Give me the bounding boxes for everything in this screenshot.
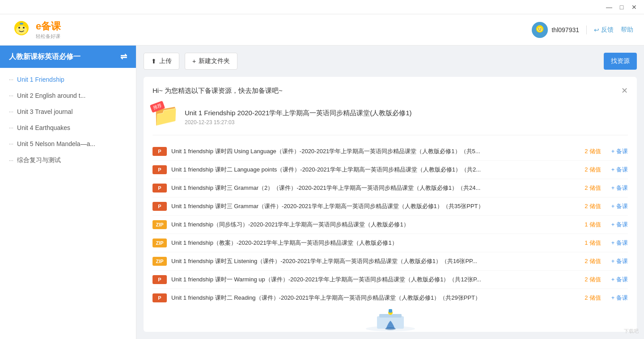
sidebar-item-label: Unit 2 English around t... bbox=[17, 92, 85, 99]
resource-name: Unit 1 friendship 课时一 Warming up（课件）-202… bbox=[171, 276, 574, 284]
logo-sub: 轻松备好课 bbox=[36, 33, 61, 40]
file-type-badge: ZIP bbox=[153, 239, 167, 247]
feedback-label: 反馈 bbox=[601, 26, 614, 34]
upload-icon: ⬆ bbox=[151, 58, 157, 65]
panel-close-button[interactable]: ✕ bbox=[621, 86, 628, 96]
store-count: 2 储值 bbox=[579, 276, 601, 284]
resource-name: Unit 1 friendship 课时三 Grammar（2）（课件）-202… bbox=[171, 184, 574, 192]
titlebar: — □ ✕ bbox=[0, 0, 644, 14]
main-content: ⬆ 上传 + 新建文件夹 找资源 Hi~ 为您精选以下备课资源，快去加备课吧~ … bbox=[136, 46, 644, 339]
sidebar-item-label: 综合复习与测试 bbox=[17, 156, 61, 164]
file-type-badge: ZIP bbox=[153, 220, 167, 229]
feedback-link[interactable]: ↩ 反馈 bbox=[594, 26, 614, 34]
header: e备课 轻松备好课 thl097931 ↩ 反馈 帮助 bbox=[0, 14, 644, 46]
upload-button[interactable]: ⬆ 上传 bbox=[144, 53, 179, 70]
folder-icon-wrap: 推荐 📁 bbox=[153, 105, 178, 130]
add-to-lesson-button[interactable]: + 备课 bbox=[606, 166, 628, 174]
resource-name: Unit 1 friendship 课时二 Language points（课件… bbox=[171, 166, 574, 174]
sidebar-item-review[interactable]: ···综合复习与测试 bbox=[0, 152, 136, 169]
resource-list-item: PUnit 1 friendship 课时二 Language points（课… bbox=[153, 161, 628, 179]
resource-list-item: ZIPUnit 1 friendship（同步练习）-2020-2021学年上学… bbox=[153, 216, 628, 234]
sidebar-item-unit5[interactable]: ···Unit 5 Nelson Mandela—a... bbox=[0, 136, 136, 152]
resource-list-item: ZIPUnit 1 friendship（教案）-2020-2021学年上学期高… bbox=[153, 234, 628, 252]
svg-rect-13 bbox=[389, 309, 392, 313]
sidebar-item-label: Unit 3 Travel journal bbox=[17, 108, 73, 115]
bottom-decoration bbox=[153, 307, 628, 332]
sidebar-item-dots: ··· bbox=[9, 125, 13, 131]
resource-name: Unit 1 friendship（同步练习）-2020-2021学年上学期高一… bbox=[171, 221, 574, 229]
svg-point-7 bbox=[538, 28, 539, 29]
logo-icon bbox=[11, 19, 32, 41]
svg-point-2 bbox=[18, 27, 20, 29]
feedback-icon: ↩ bbox=[594, 26, 599, 33]
sidebar-item-dots: ··· bbox=[9, 92, 13, 99]
sidebar-item-label: Unit 4 Earthquakes bbox=[17, 124, 70, 131]
resource-name: Unit 1 friendship（教案）-2020-2021学年上学期高一英语… bbox=[171, 239, 574, 247]
file-type-badge: P bbox=[153, 293, 167, 302]
add-to-lesson-button[interactable]: + 备课 bbox=[606, 184, 628, 192]
store-count: 2 储值 bbox=[579, 166, 601, 174]
sidebar-title: 人教新课标英语必修一 bbox=[9, 52, 80, 62]
find-resource-label: 找资源 bbox=[611, 57, 630, 65]
help-link[interactable]: 帮助 bbox=[621, 26, 633, 34]
add-to-lesson-button[interactable]: + 备课 bbox=[606, 239, 628, 247]
resource-list: PUnit 1 friendship 课时四 Using Language（课件… bbox=[153, 142, 628, 307]
minimize-button[interactable]: — bbox=[603, 1, 615, 13]
sidebar-list: ···Unit 1 Friendship···Unit 2 English ar… bbox=[0, 68, 136, 339]
panel-greeting: Hi~ 为您精选以下备课资源，快去加备课吧~ bbox=[153, 87, 283, 95]
username: thl097931 bbox=[551, 26, 579, 33]
header-right: thl097931 ↩ 反馈 帮助 bbox=[532, 22, 633, 38]
svg-point-8 bbox=[541, 28, 542, 29]
store-count: 2 储值 bbox=[579, 202, 601, 210]
svg-rect-4 bbox=[20, 23, 23, 25]
toolbar: ⬆ 上传 + 新建文件夹 找资源 bbox=[144, 53, 637, 70]
add-to-lesson-button[interactable]: + 备课 bbox=[606, 294, 628, 302]
resource-name: Unit 1 friendship 课时五 Listening（课件）-2020… bbox=[171, 257, 574, 265]
svg-point-14 bbox=[385, 327, 396, 330]
add-to-lesson-button[interactable]: + 备课 bbox=[606, 147, 628, 155]
sidebar-toggle-button[interactable]: ⇌ bbox=[120, 52, 127, 62]
store-count: 2 储值 bbox=[579, 294, 601, 302]
sidebar-item-dots: ··· bbox=[9, 157, 13, 163]
add-to-lesson-button[interactable]: + 备课 bbox=[606, 276, 628, 284]
user-area: thl097931 bbox=[532, 22, 579, 38]
new-folder-label: 新建文件夹 bbox=[199, 57, 230, 65]
panel-title-bar: Hi~ 为您精选以下备课资源，快去加备课吧~ ✕ bbox=[153, 86, 628, 96]
store-count: 2 储值 bbox=[579, 257, 601, 265]
close-button[interactable]: ✕ bbox=[628, 1, 640, 13]
sidebar-item-unit1[interactable]: ···Unit 1 Friendship bbox=[0, 71, 136, 88]
svg-point-6 bbox=[538, 27, 543, 31]
file-type-badge: P bbox=[153, 147, 167, 156]
app-body: 人教新课标英语必修一 ⇌ ···Unit 1 Friendship···Unit… bbox=[0, 46, 644, 339]
find-resource-button[interactable]: 找资源 bbox=[604, 53, 637, 70]
resource-list-item: PUnit 1 friendship 课时二 Reading（课件）-2020-… bbox=[153, 289, 628, 307]
add-to-lesson-button[interactable]: + 备课 bbox=[606, 221, 628, 229]
sidebar-item-unit3[interactable]: ···Unit 3 Travel journal bbox=[0, 104, 136, 120]
resource-name: Unit 1 friendship 课时二 Reading（课件）-2020-2… bbox=[171, 294, 574, 302]
svg-point-1 bbox=[16, 25, 27, 34]
upload-label: 上传 bbox=[159, 57, 172, 65]
file-type-badge: P bbox=[153, 275, 167, 284]
add-to-lesson-button[interactable]: + 备课 bbox=[606, 202, 628, 210]
watermark: 下载吧 bbox=[624, 328, 639, 335]
add-to-lesson-button[interactable]: + 备课 bbox=[606, 257, 628, 265]
sidebar-item-unit2[interactable]: ···Unit 2 English around t... bbox=[0, 88, 136, 104]
folder-title: Unit 1 Friendship 2020-2021学年上学期高一英语同步精品… bbox=[185, 109, 412, 117]
maximize-button[interactable]: □ bbox=[615, 1, 628, 13]
file-type-badge: ZIP bbox=[153, 257, 167, 266]
new-folder-button[interactable]: + 新建文件夹 bbox=[185, 53, 237, 70]
new-folder-icon: + bbox=[192, 58, 196, 65]
sidebar-item-unit4[interactable]: ···Unit 4 Earthquakes bbox=[0, 120, 136, 136]
bottom-illustration bbox=[364, 307, 417, 332]
sidebar-item-dots: ··· bbox=[9, 141, 13, 147]
resource-list-item: PUnit 1 friendship 课时三 Grammar（2）（课件）-20… bbox=[153, 179, 628, 197]
store-count: 1 储值 bbox=[579, 221, 601, 229]
resource-list-item: ZIPUnit 1 friendship 课时五 Listening（课件）-2… bbox=[153, 252, 628, 271]
svg-point-3 bbox=[23, 27, 25, 29]
store-count: 2 储值 bbox=[579, 184, 601, 192]
file-type-badge: P bbox=[153, 202, 167, 211]
logo-area: e备课 轻松备好课 bbox=[11, 19, 61, 41]
help-label: 帮助 bbox=[621, 26, 633, 34]
store-count: 2 储值 bbox=[579, 147, 601, 155]
sidebar: 人教新课标英语必修一 ⇌ ···Unit 1 Friendship···Unit… bbox=[0, 46, 136, 339]
